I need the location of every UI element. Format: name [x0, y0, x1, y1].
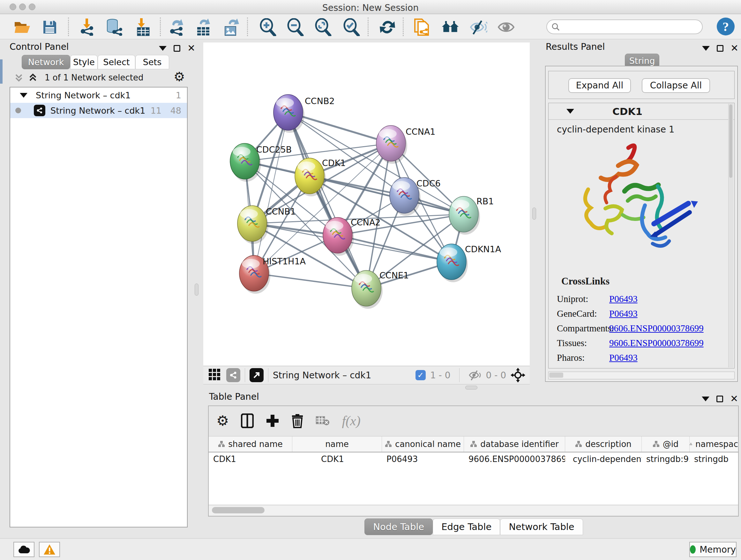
export-network-icon[interactable]: [167, 18, 185, 36]
panel-close-icon[interactable]: ✕: [731, 44, 738, 53]
delete-column-icon[interactable]: [291, 414, 304, 428]
show-graphics-icon[interactable]: [497, 18, 515, 36]
show-columns-icon[interactable]: [241, 414, 254, 428]
add-column-icon[interactable]: [266, 414, 279, 428]
tab-network-table[interactable]: Network Table: [500, 518, 583, 535]
birdseye-grid-icon[interactable]: [208, 368, 220, 382]
cloud-status-button[interactable]: [13, 542, 35, 557]
panel-close-icon[interactable]: ✕: [730, 394, 738, 403]
column-header-canonical-name[interactable]: canonical name: [382, 436, 464, 452]
network-collection-row[interactable]: String Network – cdk1 1: [10, 87, 187, 103]
help-button[interactable]: ?: [717, 17, 735, 36]
entry-collapse-icon[interactable]: [566, 109, 574, 114]
tab-style[interactable]: Style: [70, 55, 98, 69]
network-canvas[interactable]: CCNB2CCNA1CDC25BCDK1CDC6RB1CCNB1CCNA2CDK…: [203, 43, 530, 366]
warnings-button[interactable]: [39, 542, 60, 557]
network-node-CCNB2[interactable]: CCNB2: [273, 95, 335, 133]
column-header-name[interactable]: name: [292, 436, 382, 452]
export-table-icon[interactable]: [194, 18, 212, 36]
network-node-CDKN1A[interactable]: CDKN1A: [437, 244, 501, 282]
apply-layout-icon[interactable]: [379, 18, 396, 36]
results-vertical-scrollbar[interactable]: [728, 104, 733, 368]
tab-edge-table[interactable]: Edge Table: [433, 518, 500, 535]
tab-sets[interactable]: Sets: [135, 55, 169, 69]
collapse-all-networks-icon[interactable]: [13, 72, 24, 84]
collection-expand-icon[interactable]: [20, 93, 27, 98]
column-header-description[interactable]: description: [565, 436, 642, 452]
home-network-icon[interactable]: [441, 18, 459, 36]
left-splitter-handle[interactable]: [195, 284, 199, 296]
network-node-CCNA2[interactable]: CCNA2: [323, 217, 381, 256]
column-header-shared-name[interactable]: shared name: [209, 436, 292, 452]
network-selection-status: 1 of 1 Network selected: [45, 73, 144, 82]
panel-float-icon[interactable]: [717, 45, 724, 52]
results-horizontal-scrollbar[interactable]: [548, 372, 735, 379]
footer-separator: [245, 368, 245, 382]
network-node-CCNE1[interactable]: CCNE1: [352, 270, 409, 309]
network-options-gear-icon[interactable]: ⚙: [174, 70, 185, 83]
table-options-gear-icon[interactable]: ⚙: [216, 414, 229, 428]
save-session-icon[interactable]: [41, 18, 59, 36]
network-row-selected[interactable]: String Network – cdk1 11 48: [10, 103, 187, 118]
column-header-database-identifier[interactable]: database identifier: [464, 436, 565, 452]
selected-checkbox-icon[interactable]: ✓: [415, 370, 426, 380]
tab-select[interactable]: Select: [98, 55, 135, 69]
table-row[interactable]: CDK1 CDK1 P06493 9606.ENSP00000378699 cy…: [209, 452, 738, 467]
zoom-fit-icon[interactable]: [314, 18, 332, 36]
crosslink-row: GeneCard: P06493: [549, 308, 727, 319]
tab-network[interactable]: Network: [22, 55, 70, 69]
network-node-CDC25B[interactable]: CDC25B: [230, 143, 292, 182]
panel-float-icon[interactable]: [174, 45, 180, 52]
entry-description: cyclin-dependent kinase 1: [549, 120, 734, 135]
memory-button[interactable]: Memory: [689, 542, 737, 557]
column-header-id[interactable]: @id: [642, 436, 690, 452]
string-network-icon: [34, 105, 45, 116]
zoom-selected-icon[interactable]: [343, 18, 360, 36]
zoom-out-icon[interactable]: [286, 18, 305, 36]
toolbar-separator: [403, 17, 404, 36]
expand-all-networks-icon[interactable]: [27, 72, 38, 84]
expand-all-button[interactable]: Expand All: [568, 78, 631, 93]
panel-float-icon[interactable]: [717, 395, 723, 402]
zoom-in-icon[interactable]: [259, 18, 277, 36]
network-canvas-area[interactable]: CCNB2CCNA1CDC25BCDK1CDC6RB1CCNB1CCNA2CDK…: [203, 43, 530, 366]
network-view-toolbar: String Network – cdk1 ✓ 1 - 0 0 - 0: [203, 366, 530, 384]
panel-close-icon[interactable]: ✕: [187, 44, 195, 53]
panel-menu-icon[interactable]: [702, 396, 710, 401]
right-splitter-handle[interactable]: [532, 207, 536, 220]
crosslink-row: Tissues: 9606.ENSP00000378699: [549, 338, 727, 348]
network-node-HIST1H1A[interactable]: HIST1H1A: [239, 255, 306, 294]
table-horizontal-scrollbar[interactable]: [209, 505, 738, 515]
panel-menu-icon[interactable]: [702, 46, 710, 51]
network-node-CDK1[interactable]: CDK1: [295, 158, 346, 196]
hide-unhide-icon[interactable]: [469, 18, 487, 36]
pan-crosshair-icon[interactable]: [511, 368, 525, 382]
import-table-icon[interactable]: [133, 18, 151, 36]
genecard-link[interactable]: P06493: [609, 308, 637, 319]
entry-header[interactable]: CDK1: [549, 103, 734, 120]
uniprot-link[interactable]: P06493: [609, 294, 637, 304]
import-network-icon[interactable]: [78, 18, 96, 36]
import-database-icon[interactable]: [105, 18, 123, 36]
tissues-link[interactable]: 9606.ENSP00000378699: [609, 338, 704, 348]
bottom-splitter-handle[interactable]: [465, 386, 477, 389]
string-documents-icon[interactable]: [413, 18, 431, 36]
network-column-icon: [385, 441, 392, 448]
node-label-CCNB1: CCNB1: [266, 206, 296, 216]
collapse-all-button[interactable]: Collapse All: [642, 78, 710, 93]
table-header-row: shared name name canonical name database…: [209, 436, 738, 452]
string-view-icon[interactable]: [226, 368, 240, 382]
search-input[interactable]: [560, 22, 694, 32]
export-image-icon[interactable]: [222, 18, 240, 36]
network-node-CCNB1[interactable]: CCNB1: [238, 206, 296, 244]
network-node-RB1[interactable]: RB1: [449, 196, 494, 235]
results-panel-title: Results Panel: [546, 42, 605, 52]
compartments-link[interactable]: 9606.ENSP00000378699: [609, 323, 704, 334]
column-header-namespace[interactable]: namespac: [690, 436, 738, 452]
string-results-container: Expand All Collapse All CDK1 cyclin-depe…: [545, 66, 738, 382]
open-in-browser-icon[interactable]: [250, 368, 264, 382]
pharos-link[interactable]: P06493: [609, 353, 637, 363]
panel-menu-icon[interactable]: [159, 46, 166, 51]
open-session-icon[interactable]: [13, 18, 31, 36]
tab-node-table[interactable]: Node Table: [364, 518, 433, 535]
